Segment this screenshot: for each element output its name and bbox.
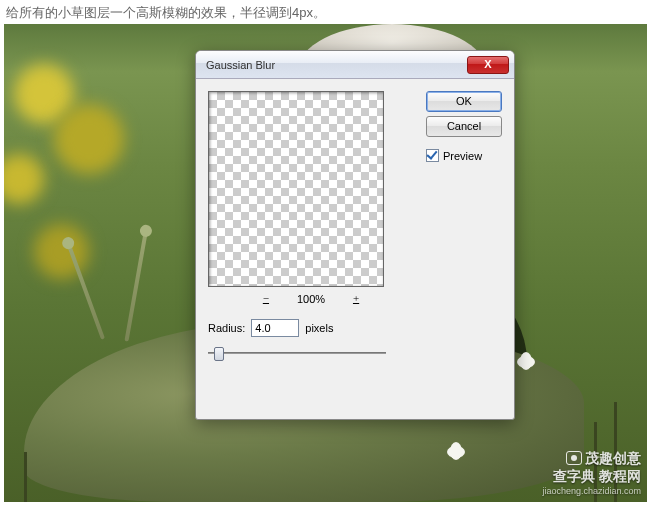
cancel-button[interactable]: Cancel — [426, 116, 502, 137]
dialog-titlebar[interactable]: Gaussian Blur X — [196, 51, 514, 79]
preview-canvas[interactable] — [208, 91, 384, 287]
radius-input[interactable] — [251, 319, 299, 337]
zoom-in-button[interactable]: + — [345, 291, 367, 307]
radius-label: Radius: — [208, 322, 245, 334]
flower — [517, 352, 537, 372]
wechat-icon — [566, 451, 582, 465]
zoom-percent: 100% — [289, 293, 333, 305]
preview-checkbox[interactable] — [426, 149, 439, 162]
flower — [447, 442, 467, 462]
radius-unit: pixels — [305, 322, 333, 334]
watermark-line1: 茂趣创意 — [585, 450, 641, 466]
preview-label[interactable]: Preview — [443, 150, 482, 162]
antenna — [124, 232, 147, 341]
close-button[interactable]: X — [467, 56, 509, 74]
zoom-out-button[interactable]: − — [255, 291, 277, 307]
dialog-title: Gaussian Blur — [206, 59, 467, 71]
radius-slider[interactable] — [208, 345, 386, 361]
instruction-text: 给所有的小草图层一个高斯模糊的效果，半径调到4px。 — [0, 0, 653, 26]
bokeh — [4, 154, 44, 204]
ok-button[interactable]: OK — [426, 91, 502, 112]
watermark: 茂趣创意 查字典 教程网 jiaocheng.chazidian.com — [542, 449, 641, 496]
watermark-line2: 查字典 教程网 — [542, 468, 641, 486]
watermark-line3: jiaocheng.chazidian.com — [542, 486, 641, 496]
bokeh — [54, 104, 124, 174]
gaussian-blur-dialog: Gaussian Blur X − 100% + Radius: pixels … — [195, 50, 515, 420]
slider-thumb[interactable] — [214, 347, 224, 361]
slider-rail — [208, 352, 386, 354]
grass — [24, 452, 27, 502]
